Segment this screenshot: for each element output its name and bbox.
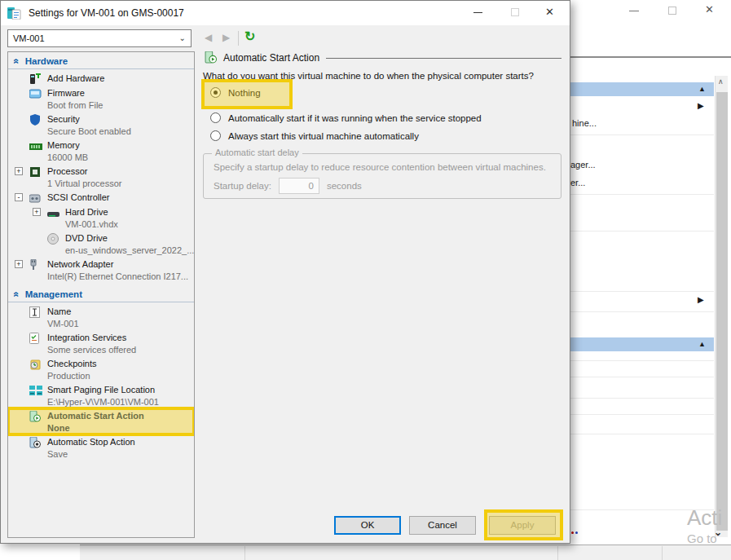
panel-header: Automatic Start Action [205,51,561,64]
hard-drive-icon [47,207,60,222]
radio-start-if-running[interactable]: Automatically start if it was running wh… [210,112,482,123]
automatic-start-action-icon [205,51,217,64]
group-description: Specify a startup delay to reduce resour… [214,162,561,172]
submenu-arrow-icon: ▶ [698,295,704,304]
sidebar-item-security[interactable]: Security Secure Boot enabled [8,112,194,138]
divider [570,291,714,292]
vm-selector-dropdown[interactable]: VM-001 ⌄ [7,29,192,47]
firmware-icon [29,88,42,103]
scrollbar-thumb[interactable] [716,92,728,531]
expand-toggle-icon[interactable]: + [15,260,23,268]
sidebar-item-automatic-stop-action[interactable]: Automatic Stop Action Save [8,434,194,461]
name-icon [29,306,40,321]
sidebar-item-name[interactable]: Name VM-001 [8,304,194,330]
scroll-up-icon[interactable]: ∧ [718,77,724,86]
memory-icon [29,140,42,155]
collapse-chevrons-icon: « [12,292,20,298]
refresh-icon[interactable]: ↻ [244,29,255,44]
panel-question: What do you want this virtual machine to… [203,71,534,81]
minimize-icon[interactable] [473,12,482,13]
radio-unselected-icon[interactable] [210,112,221,123]
sidebar-item-scsi-controller[interactable]: - SCSI Controller [8,190,194,205]
sidebar-item-integration-services[interactable]: Integration Services Some services offer… [8,330,194,356]
checkpoints-icon [29,359,41,373]
sidebar-item-memory[interactable]: Memory 16000 MB [8,138,194,164]
automatic-stop-action-icon [29,437,41,452]
divider [570,360,714,361]
network-adapter-icon [29,259,37,274]
bg-maximize-icon[interactable] [668,7,676,15]
actions-pane-header[interactable]: ▲ [570,337,714,351]
divider [570,377,714,377]
activate-watermark-line2: Go to [687,531,717,545]
group-legend: Automatic start delay [212,148,302,157]
management-section-header[interactable]: « Management [8,287,194,302]
cancel-button[interactable]: Cancel [409,516,476,535]
expand-toggle-icon[interactable]: + [15,167,23,175]
settings-dialog: Settings for VM-001 on GMS-00017 ✕ VM-00… [0,0,570,544]
seconds-label: seconds [327,181,362,191]
sidebar-item-smart-paging[interactable]: Smart Paging File Location E:\Hyper-V\VM… [8,382,194,408]
sidebar-item-firmware[interactable]: Firmware Boot from File [8,86,194,112]
processor-icon [29,166,41,181]
panel-title-rule [326,58,561,59]
automatic-start-action-icon [29,411,41,426]
navigate-forward-icon[interactable]: ▶ [222,32,230,43]
clipped-action-text[interactable]: hine... [572,118,597,128]
clipped-colored-icon [571,523,579,537]
collapse-pane-icon[interactable]: ▲ [698,85,706,93]
settings-dialog-icon [7,7,22,20]
ok-button[interactable]: OK [334,516,401,535]
close-icon[interactable]: ✕ [545,6,554,18]
sidebar-item-dvd-drive[interactable]: DVD Drive en-us_windows_server_2022_... [8,231,194,257]
radio-always-start[interactable]: Always start this virtual machine automa… [210,130,419,141]
actions-pane-header[interactable]: ▲ [570,82,714,96]
clipped-action-text[interactable]: er... [570,178,585,187]
divider [570,311,714,312]
scrollbar[interactable]: ∧ [715,76,728,537]
radio-nothing[interactable]: Nothing [210,87,261,98]
section-label: Management [25,289,82,299]
dialog-titlebar[interactable]: Settings for VM-001 on GMS-00017 [1,1,570,25]
sidebar-item-processor[interactable]: + Processor 1 Virtual processor [8,164,194,190]
sidebar-item-checkpoints[interactable]: Checkpoints Production [8,356,194,382]
sidebar-item-network-adapter[interactable]: + Network Adapter Intel(R) Ethernet Conn… [8,257,194,283]
apply-button[interactable]: Apply [489,516,556,535]
section-label: Hardware [25,56,68,66]
divider [570,434,714,434]
divider [570,414,714,415]
startup-delay-label: Startup delay: [214,181,271,191]
bg-content-strip [0,545,80,560]
bg-separator [570,56,731,58]
watermark-chevron-icon: ⌄ [714,527,722,538]
collapse-toggle-icon[interactable]: - [15,193,23,201]
shield-icon [29,114,41,129]
dialog-title: Settings for VM-001 on GMS-00017 [29,7,184,19]
sidebar-item-hard-drive[interactable]: + Hard Drive VM-001.vhdx [8,205,194,231]
sidebar-item-add-hardware[interactable]: Add Hardware [8,71,194,86]
submenu-arrow-icon: ▶ [698,101,704,110]
divider [570,134,714,135]
toolbar-separator [238,31,239,46]
hardware-section-header[interactable]: « Hardware [8,54,194,69]
sidebar-item-automatic-start-action[interactable]: Automatic Start Action None [8,408,194,434]
radio-unselected-icon[interactable] [210,130,221,141]
clipped-action-text[interactable]: ager... [570,160,596,170]
integration-services-icon [29,333,39,347]
collapse-pane-icon[interactable]: ▲ [698,340,706,348]
automatic-start-delay-group: Automatic start delay Specify a startup … [203,153,561,199]
maximize-icon [511,8,519,16]
bg-close-icon[interactable]: ✕ [705,3,714,15]
divider [570,231,714,231]
navigate-back-icon[interactable]: ◀ [205,32,212,43]
radio-selected-icon[interactable] [210,87,221,98]
startup-delay-input[interactable] [279,178,319,194]
dvd-disc-icon [47,233,59,248]
bg-minimize-icon[interactable] [629,11,639,11]
vm-selector-value: VM-001 [13,33,45,43]
divider [570,398,714,399]
bg-status-bar [80,545,731,560]
expand-toggle-icon[interactable]: + [33,208,41,216]
divider [570,194,714,195]
chevron-down-icon: ⌄ [179,30,186,46]
